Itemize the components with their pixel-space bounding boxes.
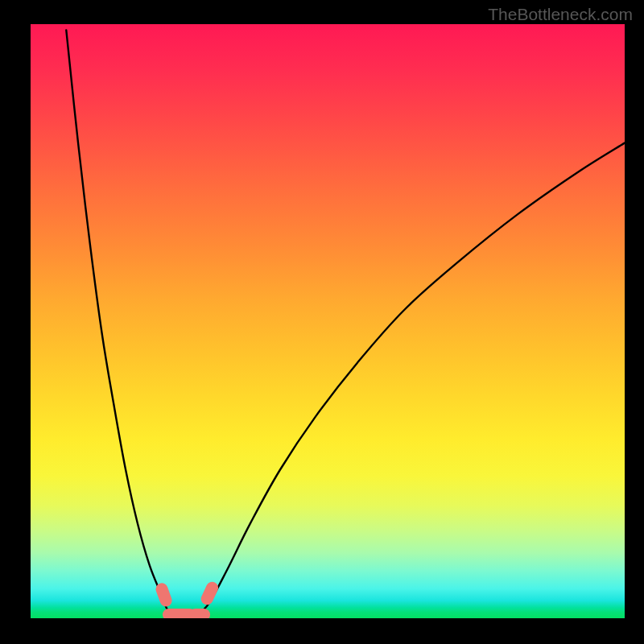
curve-left-branch bbox=[66, 30, 173, 615]
chart-data-marker bbox=[189, 609, 210, 618]
chart-curves-svg bbox=[31, 24, 625, 618]
chart-plot-area bbox=[31, 24, 625, 618]
curve-right-branch bbox=[197, 143, 625, 616]
watermark-text: TheBottleneck.com bbox=[488, 5, 633, 24]
